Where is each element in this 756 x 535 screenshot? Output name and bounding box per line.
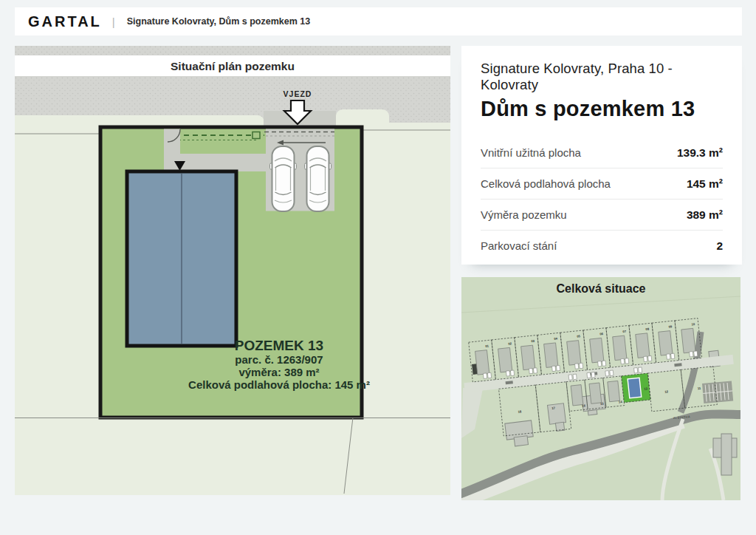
spec-table: Vnitřní užitná plocha139.3 m²Celková pod… [481,137,723,261]
svg-text:09: 09 [668,324,673,329]
page-title: Dům s pozemkem 13 [481,97,723,121]
svg-text:02: 02 [508,341,512,346]
map-plot-04: 04 [537,333,565,375]
map-plot-17: 17 [535,382,571,432]
site-plan: Situační plán pozemku VJEZD POZEMEK 13 p… [15,46,450,495]
svg-text:07: 07 [622,330,627,334]
site-plan-drawing: Situační plán pozemku VJEZD POZEMEK 13 p… [15,46,450,495]
overview-map-card: Celková situace [461,277,740,500]
svg-text:12: 12 [664,389,669,394]
breadcrumb: Signature Kolovraty, Dům s pozemkem 13 [127,16,310,27]
street-top-strip [15,46,450,55]
gate-box [252,132,260,139]
parking-lot [702,381,733,403]
map-plot-03: 03 [515,335,542,377]
plot-area: výměra: 389 m² [238,366,319,378]
svg-text:06: 06 [599,332,604,336]
project-subtitle: Signature Kolovraty, Praha 10 - Kolovrat… [481,61,723,93]
spec-row-2: Výměra pozemku389 m² [481,200,723,231]
spec-row-0: Vnitřní užitná plocha139.3 m² [481,137,723,168]
svg-text:08: 08 [645,327,650,332]
map-plot-01: 01 [469,340,496,382]
svg-text:18: 18 [518,409,522,414]
svg-text:11: 11 [697,386,701,391]
overview-map-drawing: 010203040506070809101817161514131211 ALB… [461,277,740,500]
road-left-tail [461,385,484,438]
plots-layer: 010203040506070809101817161514131211 [461,315,738,440]
svg-text:04: 04 [554,337,558,341]
plan-title: Situační plán pozemku [171,60,295,72]
spec-label: Parkovací stání [481,239,557,252]
terrain-line [461,296,740,313]
app-header: GARTAL | Signature Kolovraty, Dům s poze… [15,7,742,35]
svg-text:03: 03 [531,339,535,344]
spec-value: 139.3 m² [677,146,723,160]
svg-text:14: 14 [619,400,623,404]
car-icon [270,146,297,211]
plot-floor-area: Celková podlahová plocha: 145 m² [188,378,370,391]
svg-text:05: 05 [577,334,581,338]
spec-row-1: Celková podlahová plocha145 m² [481,168,723,200]
car-icon [305,146,331,211]
entry-label: VJEZD [284,89,312,98]
spec-value: 389 m² [687,208,723,222]
plot-parcel: parc. č. 1263/907 [235,353,323,366]
spec-label: Vnitřní užitná plocha [481,146,581,159]
overview-title: Celková situace [461,282,740,296]
plot-name: POZEMEK 13 [235,338,323,353]
property-details-card: Signature Kolovraty, Praha 10 - Kolovrat… [461,46,742,265]
map-plot-02: 02 [492,338,519,380]
svg-text:10: 10 [691,322,695,327]
map-plot-09: 09 [652,321,679,363]
map-plot-05: 05 [560,330,588,372]
map-plot-08: 08 [629,323,656,365]
svg-text:01: 01 [485,344,489,348]
map-plot-12: 12 [647,369,684,411]
map-plot-06: 06 [583,328,611,370]
spec-value: 145 m² [687,177,723,191]
map-plot-07: 07 [606,325,633,367]
spec-label: Výměra pozemku [481,208,567,221]
gartal-logo[interactable]: GARTAL [28,13,102,30]
spec-value: 2 [716,239,723,253]
spec-label: Celková podlahová plocha [481,177,611,190]
spec-row-3: Parkovací stání2 [481,231,723,261]
header-divider: | [112,16,115,28]
